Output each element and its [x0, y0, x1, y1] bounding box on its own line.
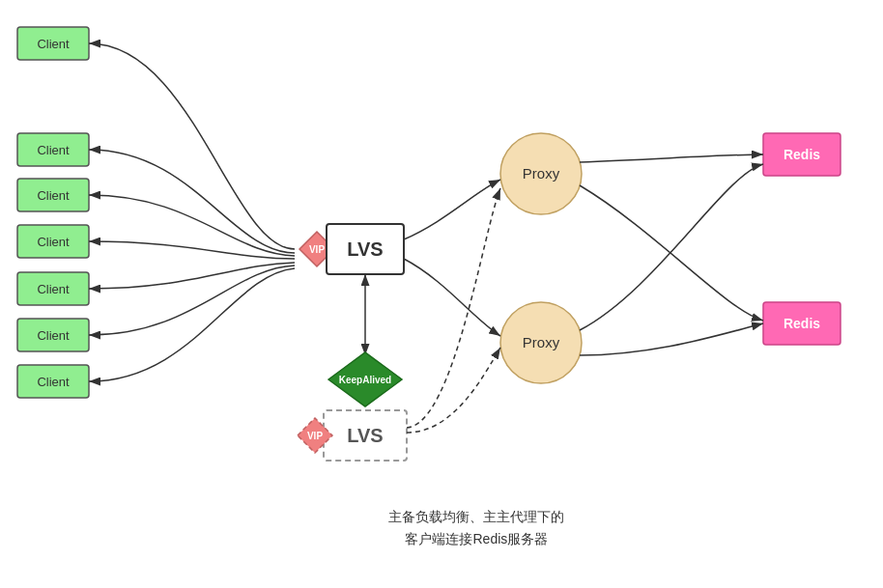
proxy1-label: Proxy	[523, 165, 560, 182]
arrow-lvs-proxy2	[404, 259, 500, 336]
proxy2-label: Proxy	[523, 334, 560, 350]
arrow-lvs-proxy1	[404, 180, 500, 239]
client-label-1: Client	[37, 37, 70, 51]
arrow-proxy1-redis2	[580, 185, 763, 321]
client-label-2: Client	[37, 143, 70, 157]
redis1-label: Redis	[783, 147, 820, 162]
arrow-lvs-backup-proxy2	[407, 348, 500, 433]
lvs-backup-label: LVS	[347, 425, 383, 446]
arrow-lvs-client2	[89, 150, 295, 253]
arrow-lvs-client7	[89, 268, 295, 381]
arrow-proxy2-redis2	[580, 323, 763, 355]
diagram-container: Client Client Client Client Client Clien…	[0, 0, 883, 588]
arrow-lvs-client6	[89, 266, 295, 335]
caption-line2: 客户端连接Redis服务器	[405, 531, 548, 546]
caption-line1: 主备负载均衡、主主代理下的	[388, 509, 564, 524]
arrow-lvs-client3	[89, 195, 295, 256]
vip-label-primary: VIP	[309, 244, 325, 255]
arrow-proxy1-redis1	[580, 154, 763, 162]
vip-label-backup: VIP	[307, 431, 323, 441]
client-label-5: Client	[37, 282, 70, 296]
diagram-caption: 主备负载均衡、主主代理下的 客户端连接Redis服务器	[388, 506, 564, 549]
arrow-lvs-backup-proxy1	[407, 188, 500, 428]
keepalived-label: KeepAlived	[339, 375, 391, 385]
client-label-7: Client	[37, 375, 70, 389]
client-label-3: Client	[37, 188, 70, 203]
client-label-4: Client	[37, 235, 70, 249]
lvs-primary-label: LVS	[347, 238, 383, 260]
arrow-lvs-client5	[89, 263, 295, 289]
diagram-svg: Client Client Client Client Client Clien…	[0, 0, 883, 588]
redis2-label: Redis	[783, 316, 820, 331]
client-label-6: Client	[37, 328, 70, 343]
